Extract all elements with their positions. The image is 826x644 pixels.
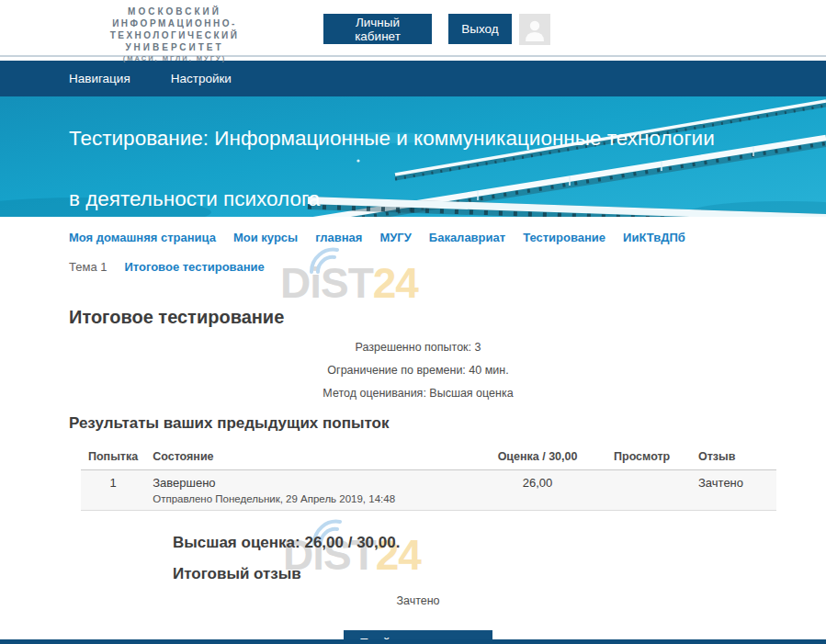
- nav-item-navigation[interactable]: Навигация: [69, 72, 130, 85]
- breadcrumb-topic: Тема 1: [69, 260, 107, 275]
- wifi-arcs-icon: [306, 246, 346, 274]
- logo-line: ИНФОРМАЦИОННО-ТЕХНОЛОГИЧЕСКИЙ: [57, 17, 292, 41]
- quiz-info: Разрешенно попыток: 3 Ограничение по вре…: [69, 336, 767, 405]
- logo-subline: (МАСИ, МГЛИ, МУГУ): [57, 53, 292, 63]
- attempt-submitted: Отправлено Понедельник, 29 Апрель 2019, …: [153, 493, 461, 504]
- breadcrumb-link-my-courses[interactable]: Мои курсы: [233, 231, 298, 245]
- breadcrumb-link-course[interactable]: ИиКТвДПб: [623, 231, 685, 245]
- attempts-table: Попытка Состояние Оценка / 30,00 Просмот…: [81, 446, 776, 511]
- attempt-state-label: Завершено: [153, 476, 461, 490]
- main-navbar: Навигация Настройки: [0, 61, 826, 96]
- table-row: 1 Завершено Отправлено Понедельник, 29 А…: [81, 470, 776, 511]
- breadcrumb-link-main[interactable]: главная: [315, 231, 362, 245]
- feedback-block: Высшая оценка: 26,00 / 30,00. Итоговый о…: [173, 534, 767, 583]
- user-avatar[interactable]: [519, 14, 550, 45]
- attempt-grade: 26,00: [469, 470, 606, 511]
- person-icon: [519, 14, 550, 45]
- overall-feedback-value: Зачтено: [69, 594, 767, 607]
- breadcrumb-link-final-test[interactable]: Итоговое тестирование: [124, 260, 264, 275]
- course-title: Тестирование: Информационные и коммуника…: [69, 108, 721, 217]
- attempt-review: [606, 470, 691, 511]
- breadcrumb-link-testing[interactable]: Тестирование: [523, 231, 605, 245]
- quiz-grading-method: Метод оценивания: Высшая оценка: [69, 382, 767, 405]
- breadcrumb-link-bachelor[interactable]: Бакалавриат: [429, 231, 505, 245]
- col-header-feedback: Отзыв: [691, 446, 776, 470]
- nav-item-settings[interactable]: Настройки: [171, 72, 232, 85]
- site-header: МОСКОВСКИЙ ИНФОРМАЦИОННО-ТЕХНОЛОГИЧЕСКИЙ…: [0, 0, 826, 57]
- page-title: Итоговое тестирование: [69, 307, 767, 328]
- quiz-time-limit: Ограничение по времени: 40 мин.: [69, 359, 767, 382]
- main-content: DiST24 Моя домашняя страница Мои курсы г…: [0, 217, 826, 644]
- footer-bar: [0, 639, 826, 644]
- breadcrumb-link-mugu[interactable]: МУГУ: [379, 231, 411, 245]
- logo-line: УНИВЕРСИТЕТ: [57, 41, 292, 53]
- university-logo: МОСКОВСКИЙ ИНФОРМАЦИОННО-ТЕХНОЛОГИЧЕСКИЙ…: [57, 6, 292, 63]
- watermark-accent: 24: [373, 259, 418, 307]
- overall-feedback-title: Итоговый отзыв: [173, 565, 767, 583]
- attempt-feedback: Зачтено: [691, 470, 776, 511]
- page: МОСКОВСКИЙ ИНФОРМАЦИОННО-ТЕХНОЛОГИЧЕСКИЙ…: [0, 0, 826, 644]
- attempt-number: 1: [81, 470, 145, 511]
- col-header-state: Состояние: [145, 446, 469, 470]
- quiz-attempts-allowed: Разрешенно попыток: 3: [69, 336, 767, 359]
- logo-line: МОСКОВСКИЙ: [57, 6, 292, 17]
- personal-cabinet-button[interactable]: Личный кабинет: [323, 14, 432, 44]
- attempt-state: Завершено Отправлено Понедельник, 29 Апр…: [145, 470, 469, 511]
- logout-button[interactable]: Выход: [448, 14, 512, 44]
- col-header-review: Просмотр: [606, 446, 691, 470]
- course-hero-image: Тестирование: Информационные и коммуника…: [0, 96, 826, 217]
- breadcrumb-link-home[interactable]: Моя домашняя страница: [69, 231, 216, 245]
- results-title: Результаты ваших предыдущих попыток: [69, 414, 767, 433]
- table-header-row: Попытка Состояние Оценка / 30,00 Просмот…: [81, 446, 776, 470]
- best-grade: Высшая оценка: 26,00 / 30,00.: [173, 534, 767, 552]
- col-header-grade: Оценка / 30,00: [469, 446, 606, 470]
- dist24-watermark: DiST24: [280, 262, 418, 304]
- col-header-attempt: Попытка: [81, 446, 145, 470]
